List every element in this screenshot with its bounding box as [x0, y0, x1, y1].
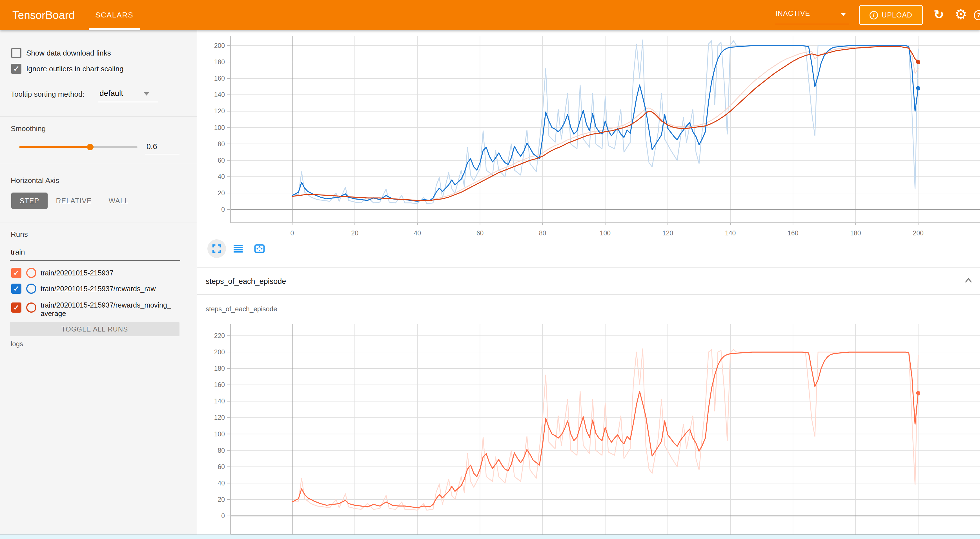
axis-button-wall[interactable]: WALL	[103, 193, 135, 209]
gear-icon[interactable]: ⚙	[952, 0, 970, 30]
sidebar: Show data download links ✓ Ignore outlie…	[0, 30, 197, 534]
chart-card-title: steps_of_each_episode	[206, 305, 277, 313]
tooltip-sorting-dropdown[interactable]: default	[99, 89, 123, 98]
fit-domain-button[interactable]	[250, 239, 269, 258]
steps-line-chart[interactable]: 020406080100120140160180200220	[197, 323, 980, 539]
ignore-outliers-label: Ignore outliers in chart scaling	[26, 64, 123, 74]
lines-icon	[234, 245, 243, 253]
svg-text:80: 80	[218, 140, 225, 148]
info-icon: i	[870, 11, 878, 19]
toggle-y-axis-button[interactable]	[229, 239, 247, 258]
smoothing-label: Smoothing	[11, 124, 46, 133]
bottom-scrollbar-strip[interactable]	[0, 534, 980, 539]
svg-text:0: 0	[291, 230, 294, 237]
svg-text:100: 100	[600, 230, 611, 237]
run-checkbox-rewards-raw[interactable]: ✓	[11, 284, 21, 294]
smoothing-slider-thumb[interactable]	[87, 144, 94, 150]
smoothing-value-input[interactable]: 0.6	[146, 142, 157, 151]
axis-button-step[interactable]: STEP	[11, 193, 48, 209]
axis-button-relative[interactable]: RELATIVE	[55, 193, 92, 209]
svg-text:160: 160	[214, 75, 225, 82]
main-content: 0204060801001201401601802000204060801001…	[197, 30, 980, 539]
chevron-down-icon	[841, 13, 846, 16]
svg-text:120: 120	[214, 414, 225, 421]
app-title: TensorBoard	[13, 0, 75, 30]
svg-text:100: 100	[214, 431, 225, 438]
run-color-circle-rewards-raw[interactable]	[26, 284, 37, 294]
svg-text:120: 120	[662, 230, 673, 237]
svg-text:140: 140	[214, 397, 225, 405]
svg-text:180: 180	[850, 230, 861, 237]
rewards-line-chart[interactable]: 0204060801001201401601802000204060801001…	[197, 32, 980, 242]
svg-text:20: 20	[218, 190, 225, 197]
chevron-up-icon[interactable]	[964, 277, 973, 285]
svg-text:80: 80	[218, 447, 225, 454]
horizontal-axis-label: Horizontal Axis	[11, 176, 59, 185]
divider	[0, 222, 197, 222]
section-title: steps_of_each_episode	[206, 268, 286, 295]
refresh-icon[interactable]: ↻	[931, 0, 947, 30]
divider	[0, 164, 197, 164]
tooltip-sorting-label: Tooltip sorting method:	[11, 90, 84, 99]
runs-filter-underline	[10, 260, 180, 261]
svg-text:100: 100	[214, 124, 225, 131]
svg-text:160: 160	[214, 381, 225, 389]
fit-to-data-icon	[254, 244, 265, 253]
tab-scalars-label: SCALARS	[95, 11, 133, 19]
run-name-rewards-moving-average: train/20201015-215937/rewards_moving_ave…	[41, 301, 173, 318]
svg-text:140: 140	[725, 230, 736, 237]
ignore-outliers-checkbox[interactable]: ✓	[11, 64, 21, 74]
svg-text:0: 0	[221, 512, 225, 520]
svg-text:220: 220	[214, 332, 225, 340]
fullscreen-icon	[212, 244, 221, 253]
divider	[0, 116, 197, 117]
svg-text:200: 200	[214, 348, 225, 356]
svg-text:40: 40	[218, 173, 225, 180]
status-dropdown[interactable]: INACTIVE	[775, 0, 849, 30]
svg-text:40: 40	[218, 480, 225, 487]
tab-active-underline	[89, 28, 140, 30]
run-checkbox-rewards-moving-average[interactable]: ✓	[11, 303, 21, 313]
upload-button-label: UPLOAD	[882, 11, 912, 19]
help-icon[interactable]: ?	[974, 10, 980, 20]
help-icon-glyph: ?	[977, 11, 980, 19]
status-dropdown-underline	[775, 24, 849, 24]
upload-button[interactable]: i UPLOAD	[859, 5, 923, 25]
svg-text:60: 60	[218, 157, 225, 164]
svg-text:40: 40	[414, 230, 421, 237]
expand-chart-button[interactable]	[207, 239, 226, 258]
svg-text:20: 20	[351, 230, 358, 237]
svg-text:60: 60	[218, 463, 225, 470]
svg-text:20: 20	[218, 496, 225, 503]
show-download-links-checkbox[interactable]	[11, 48, 21, 58]
smoothing-slider-fill	[19, 146, 90, 148]
runs-filter-input[interactable]	[11, 248, 169, 257]
svg-text:140: 140	[214, 91, 225, 98]
svg-text:160: 160	[788, 230, 798, 237]
run-name-train: train/20201015-215937	[41, 269, 176, 277]
section-header[interactable]: steps_of_each_episode	[197, 267, 980, 295]
svg-text:60: 60	[476, 230, 484, 237]
show-download-links-label: Show data download links	[26, 48, 111, 58]
run-color-circle-rewards-moving-average[interactable]	[26, 303, 37, 313]
status-dropdown-value: INACTIVE	[775, 9, 810, 18]
svg-text:80: 80	[539, 230, 546, 237]
svg-text:200: 200	[913, 230, 923, 237]
chart-toolbar	[207, 239, 269, 258]
app-header: TensorBoard SCALARS INACTIVE i UPLOAD ↻ …	[0, 0, 980, 30]
svg-text:200: 200	[214, 42, 225, 49]
run-checkbox-train[interactable]: ✓	[11, 268, 21, 278]
logs-label: logs	[11, 340, 23, 348]
run-color-circle-train[interactable]	[26, 268, 37, 278]
runs-label: Runs	[11, 230, 28, 239]
toggle-all-runs-button[interactable]: TOGGLE ALL RUNS	[10, 322, 180, 336]
run-name-rewards-raw: train/20201015-215937/rewards_raw	[41, 284, 176, 293]
svg-text:120: 120	[214, 107, 225, 115]
tab-scalars[interactable]: SCALARS	[89, 0, 140, 30]
svg-text:180: 180	[214, 365, 225, 372]
svg-text:0: 0	[221, 206, 225, 213]
smoothing-slider[interactable]	[19, 146, 137, 148]
svg-text:180: 180	[214, 58, 225, 66]
chevron-down-icon	[144, 92, 150, 96]
tooltip-sorting-underline	[98, 102, 158, 102]
